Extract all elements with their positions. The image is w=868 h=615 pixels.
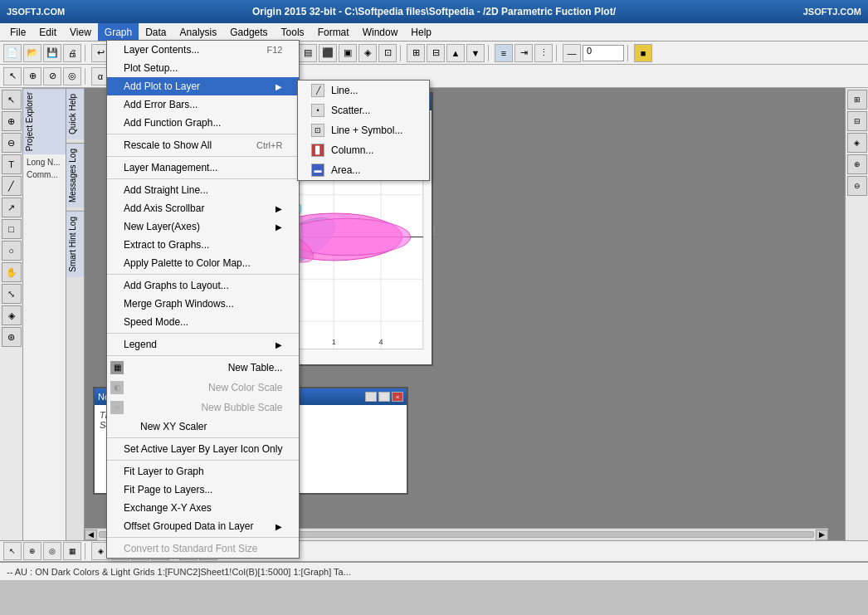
menu-set-active-layer[interactable]: Set Active Layer By Layer Icon Only xyxy=(107,440,299,458)
menu-apply-palette[interactable]: Apply Palette to Color Map... xyxy=(107,254,299,272)
bottom-win-close[interactable]: × xyxy=(392,392,403,402)
tb-print[interactable]: 🖨 xyxy=(63,44,81,62)
menu-rescale[interactable]: Rescale to Show All Ctrl+R xyxy=(107,136,299,154)
quick-help-tab[interactable]: Quick Help xyxy=(66,88,84,139)
tb-linewidth[interactable]: 0 xyxy=(583,45,624,61)
btm-btn4[interactable]: ▦ xyxy=(63,542,81,560)
menu-tools[interactable]: Tools xyxy=(275,23,311,41)
menu-speed-mode[interactable]: Speed Mode... xyxy=(107,313,299,331)
btm-btn3[interactable]: ◎ xyxy=(43,542,61,560)
menu-layer-mgmt[interactable]: Layer Management... xyxy=(107,159,299,177)
tool-pointer[interactable]: ↖ xyxy=(2,90,22,110)
tool-line[interactable]: ╱ xyxy=(2,176,22,196)
menu-add-plot-to-layer[interactable]: Add Plot to Layer ▶ xyxy=(107,77,299,95)
tool-pan[interactable]: ✋ xyxy=(2,262,22,282)
menu-graph[interactable]: Graph xyxy=(98,23,139,41)
submenu-arrow: ▶ xyxy=(276,340,282,349)
menu-legend[interactable]: Legend ▶ xyxy=(107,335,299,354)
menu-file[interactable]: File xyxy=(3,23,32,41)
scroll-right-btn[interactable]: ▶ xyxy=(816,530,828,540)
menu-fit-layer[interactable]: Fit Layer to Graph xyxy=(107,462,299,481)
menu-data[interactable]: Data xyxy=(139,23,173,41)
tb-open[interactable]: 📂 xyxy=(23,44,41,62)
tb-new[interactable]: 📄 xyxy=(3,44,22,62)
menu-window[interactable]: Window xyxy=(356,23,405,41)
tool-rect[interactable]: □ xyxy=(2,219,22,239)
project-explorer-tab[interactable]: Project Explorer xyxy=(23,88,66,154)
rs-btn3[interactable]: ◈ xyxy=(847,133,867,153)
menu-view[interactable]: View xyxy=(63,23,98,41)
submenu-column[interactable]: ▊ Column... xyxy=(298,140,429,160)
submenu-line-symbol[interactable]: ⊡ Line + Symbol... xyxy=(298,120,429,140)
tb-btn5[interactable]: ▤ xyxy=(299,44,317,62)
tool-picker[interactable]: ⊛ xyxy=(2,327,22,347)
tool-data[interactable]: ◈ xyxy=(2,305,22,325)
menu-plot-setup[interactable]: Plot Setup... xyxy=(107,59,299,77)
menu-offset-grouped[interactable]: Offset Grouped Data in Layer ▶ xyxy=(107,517,299,535)
menu-add-function-graph[interactable]: Add Function Graph... xyxy=(107,114,299,132)
menu-add-straight-line[interactable]: Add Straight Line... xyxy=(107,181,299,199)
tool-zoom-out[interactable]: ⊖ xyxy=(2,133,22,153)
submenu-label: Area... xyxy=(331,164,360,176)
tb2-btn2[interactable]: ⊕ xyxy=(23,67,41,85)
btm-btn1[interactable]: ↖ xyxy=(3,542,22,560)
menu-add-error-bars[interactable]: Add Error Bars... xyxy=(107,95,299,114)
menu-merge-graph-windows[interactable]: Merge Graph Windows... xyxy=(107,295,299,313)
rs-btn1[interactable]: ⊞ xyxy=(847,90,867,110)
tb-btnD[interactable]: ▼ xyxy=(466,44,485,62)
menu-layer-contents[interactable]: Layer Contents... F12 xyxy=(107,41,299,59)
smart-hint-tab[interactable]: Smart Hint Log xyxy=(66,211,84,277)
bottom-win-max[interactable]: □ xyxy=(378,392,390,402)
menu-new-table[interactable]: ▦ New Table... xyxy=(107,358,299,378)
tb-btnB[interactable]: ⊟ xyxy=(427,44,445,62)
tb-color[interactable]: ■ xyxy=(634,44,652,62)
menu-new-xy-scaler[interactable]: New XY Scaler xyxy=(107,417,299,436)
tb-btn9[interactable]: ⊡ xyxy=(378,44,397,62)
pe-item-2[interactable]: Comm... xyxy=(25,168,64,181)
pe-item-1[interactable]: Long N... xyxy=(25,156,64,168)
rs-btn4[interactable]: ⊕ xyxy=(847,154,867,174)
tb-btn6[interactable]: ⬛ xyxy=(319,44,337,62)
menu-add-graphs-layout[interactable]: Add Graphs to Layout... xyxy=(107,276,299,295)
submenu-scatter[interactable]: • Scatter... xyxy=(298,100,429,120)
tool-ellipse[interactable]: ○ xyxy=(2,241,22,261)
tool-zoom-in[interactable]: ⊕ xyxy=(2,111,22,131)
tool-text[interactable]: T xyxy=(2,154,22,174)
scroll-left-btn[interactable]: ◀ xyxy=(85,530,97,540)
menu-gadgets[interactable]: Gadgets xyxy=(223,23,274,41)
tool-arrow[interactable]: ↗ xyxy=(2,198,22,217)
tb-btnF[interactable]: ⇥ xyxy=(514,44,533,62)
tb-btnA[interactable]: ⊞ xyxy=(407,44,425,62)
tb-save[interactable]: 💾 xyxy=(43,44,61,62)
bottom-win-min[interactable]: _ xyxy=(365,392,377,402)
menu-format[interactable]: Format xyxy=(311,23,356,41)
tb-linestyle[interactable]: — xyxy=(563,44,581,62)
tb-btnC[interactable]: ▲ xyxy=(446,44,465,62)
menu-help[interactable]: Help xyxy=(404,23,438,41)
tb-btn8[interactable]: ◈ xyxy=(358,44,377,62)
menu-analysis[interactable]: Analysis xyxy=(173,23,224,41)
tb-btnE[interactable]: ≡ xyxy=(495,44,513,62)
tb2-btn1[interactable]: ↖ xyxy=(3,67,22,85)
submenu-line[interactable]: ╱ Line... xyxy=(298,81,429,100)
tb2-btn3[interactable]: ⊘ xyxy=(43,67,61,85)
rs-btn2[interactable]: ⊟ xyxy=(847,111,867,131)
right-sidebar: ⊞ ⊟ ◈ ⊕ ⊖ xyxy=(845,88,868,540)
menu-exchange-axes[interactable]: Exchange X-Y Axes xyxy=(107,499,299,517)
tb-btnG[interactable]: ⋮ xyxy=(534,44,553,62)
rs-btn5[interactable]: ⊖ xyxy=(847,176,867,196)
menu-new-layer-axes[interactable]: New Layer(Axes) ▶ xyxy=(107,217,299,236)
btm-btn2[interactable]: ⊕ xyxy=(23,542,41,560)
menu-extract-graphs[interactable]: Extract to Graphs... xyxy=(107,236,299,254)
tb-btn7[interactable]: ▣ xyxy=(339,44,357,62)
messages-log-tab[interactable]: Messages Log xyxy=(66,143,84,207)
submenu-arrow: ▶ xyxy=(276,522,282,531)
menu-fit-page[interactable]: Fit Page to Layers... xyxy=(107,481,299,499)
menu-label: Add Plot to Layer xyxy=(124,81,200,92)
tool-scale[interactable]: ⤡ xyxy=(2,284,22,304)
submenu-area[interactable]: ▬ Area... xyxy=(298,160,429,180)
tb2-btn4[interactable]: ◎ xyxy=(63,67,81,85)
menu-add-axis-scrollbar[interactable]: Add Axis Scrollbar ▶ xyxy=(107,199,299,217)
scatter-icon: • xyxy=(311,104,324,117)
menu-edit[interactable]: Edit xyxy=(32,23,63,41)
